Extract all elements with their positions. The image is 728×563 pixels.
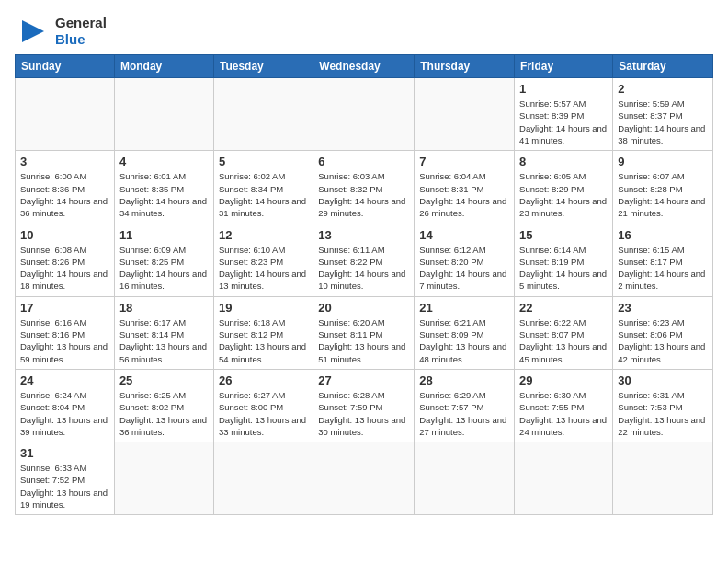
day-info: Sunrise: 6:01 AM Sunset: 8:35 PM Dayligh… — [119, 170, 209, 219]
day-info: Sunrise: 5:59 AM Sunset: 8:37 PM Dayligh… — [618, 98, 708, 146]
day-number: 20 — [318, 301, 409, 315]
calendar-day-cell: 23Sunrise: 6:23 AM Sunset: 8:06 PM Dayli… — [613, 296, 713, 369]
day-number: 27 — [318, 373, 409, 387]
calendar-week-row: 3Sunrise: 6:00 AM Sunset: 8:36 PM Daylig… — [16, 151, 713, 224]
day-number: 28 — [419, 373, 509, 387]
day-number: 24 — [20, 373, 109, 387]
calendar-day-cell: 13Sunrise: 6:11 AM Sunset: 8:22 PM Dayli… — [313, 224, 415, 296]
calendar-day-cell: 20Sunrise: 6:20 AM Sunset: 8:11 PM Dayli… — [313, 296, 415, 369]
calendar-table: SundayMondayTuesdayWednesdayThursdayFrid… — [15, 54, 713, 515]
day-number: 21 — [419, 301, 509, 315]
day-info: Sunrise: 6:11 AM Sunset: 8:22 PM Dayligh… — [318, 244, 409, 293]
calendar-day-cell: 24Sunrise: 6:24 AM Sunset: 8:04 PM Dayli… — [16, 369, 115, 442]
day-info: Sunrise: 5:57 AM Sunset: 8:39 PM Dayligh… — [519, 98, 608, 146]
day-number: 15 — [519, 228, 608, 242]
day-info: Sunrise: 6:18 AM Sunset: 8:12 PM Dayligh… — [219, 316, 308, 365]
day-info: Sunrise: 6:15 AM Sunset: 8:17 PM Dayligh… — [618, 244, 708, 293]
calendar-day-cell: 30Sunrise: 6:31 AM Sunset: 7:53 PM Dayli… — [613, 369, 713, 442]
calendar-day-cell: 4Sunrise: 6:01 AM Sunset: 8:35 PM Daylig… — [114, 151, 213, 224]
calendar-day-cell: 3Sunrise: 6:00 AM Sunset: 8:36 PM Daylig… — [16, 151, 115, 224]
calendar-day-cell: 22Sunrise: 6:22 AM Sunset: 8:07 PM Dayli… — [515, 296, 613, 369]
calendar-day-cell: 16Sunrise: 6:15 AM Sunset: 8:17 PM Dayli… — [613, 224, 713, 296]
day-number: 9 — [618, 155, 708, 168]
calendar-day-cell: 8Sunrise: 6:05 AM Sunset: 8:29 PM Daylig… — [515, 151, 613, 224]
day-number: 19 — [219, 301, 308, 315]
day-number: 10 — [20, 228, 109, 242]
calendar-day-cell: 9Sunrise: 6:07 AM Sunset: 8:28 PM Daylig… — [613, 151, 713, 224]
day-number: 7 — [419, 155, 509, 168]
day-info: Sunrise: 6:21 AM Sunset: 8:09 PM Dayligh… — [419, 316, 509, 365]
calendar-day-cell — [313, 78, 415, 151]
day-info: Sunrise: 6:23 AM Sunset: 8:06 PM Dayligh… — [618, 316, 708, 365]
calendar-day-cell: 12Sunrise: 6:10 AM Sunset: 8:23 PM Dayli… — [213, 224, 313, 296]
day-info: Sunrise: 6:04 AM Sunset: 8:31 PM Dayligh… — [419, 170, 509, 219]
calendar-day-cell — [415, 78, 515, 151]
day-info: Sunrise: 6:16 AM Sunset: 8:16 PM Dayligh… — [20, 316, 109, 365]
day-info: Sunrise: 6:17 AM Sunset: 8:14 PM Dayligh… — [119, 316, 209, 365]
calendar-day-cell — [16, 78, 115, 151]
day-number: 5 — [219, 155, 308, 168]
logo-text: GeneralBlue — [55, 15, 107, 47]
day-info: Sunrise: 6:25 AM Sunset: 8:02 PM Dayligh… — [119, 389, 209, 438]
calendar-day-cell: 29Sunrise: 6:30 AM Sunset: 7:55 PM Dayli… — [515, 369, 613, 442]
weekday-header: Thursday — [415, 55, 515, 78]
weekday-header: Tuesday — [213, 55, 313, 78]
calendar-day-cell: 25Sunrise: 6:25 AM Sunset: 8:02 PM Dayli… — [114, 369, 213, 442]
day-info: Sunrise: 6:12 AM Sunset: 8:20 PM Dayligh… — [419, 244, 509, 293]
calendar-day-cell — [613, 442, 713, 515]
calendar-day-cell: 7Sunrise: 6:04 AM Sunset: 8:31 PM Daylig… — [415, 151, 515, 224]
calendar-day-cell: 17Sunrise: 6:16 AM Sunset: 8:16 PM Dayli… — [16, 296, 115, 369]
day-info: Sunrise: 6:24 AM Sunset: 8:04 PM Dayligh… — [20, 389, 109, 438]
day-info: Sunrise: 6:10 AM Sunset: 8:23 PM Dayligh… — [219, 244, 308, 293]
calendar-day-cell: 15Sunrise: 6:14 AM Sunset: 8:19 PM Dayli… — [515, 224, 613, 296]
calendar-body: 1Sunrise: 5:57 AM Sunset: 8:39 PM Daylig… — [16, 78, 713, 515]
day-info: Sunrise: 6:05 AM Sunset: 8:29 PM Dayligh… — [519, 170, 608, 219]
calendar-day-cell — [114, 442, 213, 515]
calendar-day-cell — [213, 442, 313, 515]
day-number: 17 — [20, 301, 109, 315]
day-info: Sunrise: 6:03 AM Sunset: 8:32 PM Dayligh… — [318, 170, 409, 219]
day-info: Sunrise: 6:27 AM Sunset: 8:00 PM Dayligh… — [219, 389, 308, 438]
calendar-day-cell: 26Sunrise: 6:27 AM Sunset: 8:00 PM Dayli… — [213, 369, 313, 442]
logo: GeneralBlue — [15, 15, 107, 47]
logo-flag-icon — [15, 17, 51, 46]
day-info: Sunrise: 6:28 AM Sunset: 7:59 PM Dayligh… — [318, 389, 409, 438]
calendar-week-row: 31Sunrise: 6:33 AM Sunset: 7:52 PM Dayli… — [16, 442, 713, 515]
day-number: 25 — [119, 373, 209, 387]
calendar-day-cell — [313, 442, 415, 515]
day-info: Sunrise: 6:14 AM Sunset: 8:19 PM Dayligh… — [519, 244, 608, 293]
calendar-day-cell — [114, 78, 213, 151]
day-number: 8 — [519, 155, 608, 168]
weekday-header: Monday — [114, 55, 213, 78]
calendar-day-cell: 11Sunrise: 6:09 AM Sunset: 8:25 PM Dayli… — [114, 224, 213, 296]
day-info: Sunrise: 6:09 AM Sunset: 8:25 PM Dayligh… — [119, 244, 209, 293]
day-info: Sunrise: 6:20 AM Sunset: 8:11 PM Dayligh… — [318, 316, 409, 365]
calendar-week-row: 24Sunrise: 6:24 AM Sunset: 8:04 PM Dayli… — [16, 369, 713, 442]
day-number: 29 — [519, 373, 608, 387]
weekday-header: Saturday — [613, 55, 713, 78]
weekday-header: Friday — [515, 55, 613, 78]
calendar-day-cell — [515, 442, 613, 515]
calendar-day-cell: 2Sunrise: 5:59 AM Sunset: 8:37 PM Daylig… — [613, 78, 713, 151]
day-number: 14 — [419, 228, 509, 242]
calendar-week-row: 1Sunrise: 5:57 AM Sunset: 8:39 PM Daylig… — [16, 78, 713, 151]
day-number: 31 — [20, 446, 109, 460]
day-number: 11 — [119, 228, 209, 242]
day-number: 16 — [618, 228, 708, 242]
weekday-header: Wednesday — [313, 55, 415, 78]
day-number: 2 — [618, 82, 708, 96]
weekday-header: Sunday — [16, 55, 115, 78]
day-number: 26 — [219, 373, 308, 387]
day-info: Sunrise: 6:33 AM Sunset: 7:52 PM Dayligh… — [20, 462, 109, 511]
weekday-row: SundayMondayTuesdayWednesdayThursdayFrid… — [16, 55, 713, 78]
day-info: Sunrise: 6:29 AM Sunset: 7:57 PM Dayligh… — [419, 389, 509, 438]
day-info: Sunrise: 6:00 AM Sunset: 8:36 PM Dayligh… — [20, 170, 109, 219]
calendar-day-cell — [213, 78, 313, 151]
day-info: Sunrise: 6:31 AM Sunset: 7:53 PM Dayligh… — [618, 389, 708, 438]
calendar-day-cell: 18Sunrise: 6:17 AM Sunset: 8:14 PM Dayli… — [114, 296, 213, 369]
day-info: Sunrise: 6:30 AM Sunset: 7:55 PM Dayligh… — [519, 389, 608, 438]
calendar-day-cell: 5Sunrise: 6:02 AM Sunset: 8:34 PM Daylig… — [213, 151, 313, 224]
day-number: 22 — [519, 301, 608, 315]
calendar-day-cell: 31Sunrise: 6:33 AM Sunset: 7:52 PM Dayli… — [16, 442, 115, 515]
calendar-day-cell: 10Sunrise: 6:08 AM Sunset: 8:26 PM Dayli… — [16, 224, 115, 296]
